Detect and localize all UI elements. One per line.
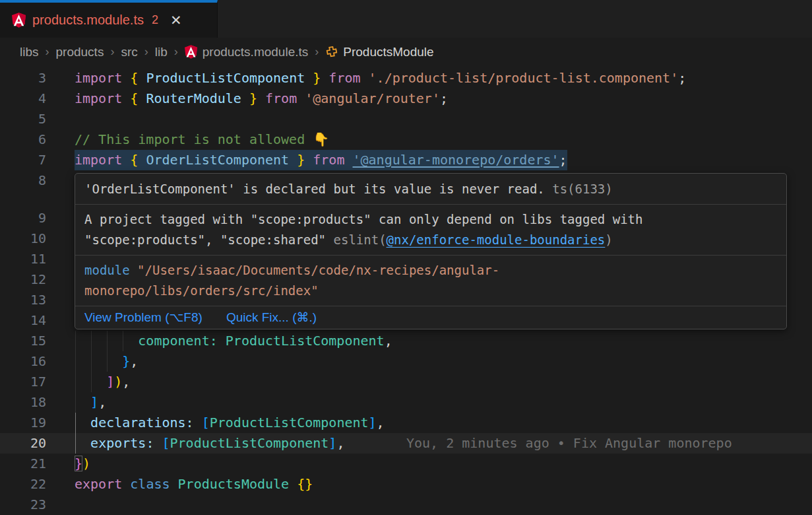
line-number[interactable]: 17 <box>0 372 46 392</box>
code-line[interactable]: 3import { ProductListComponent } from '.… <box>0 68 812 88</box>
code-line-content[interactable]: }) <box>75 454 90 474</box>
line-number[interactable]: 3 <box>0 68 46 88</box>
line-number[interactable]: 5 <box>0 109 46 129</box>
line-number[interactable]: 18 <box>0 392 46 413</box>
code-editor: 3import { ProductListComponent } from '.… <box>0 66 812 515</box>
angular-icon <box>185 45 197 59</box>
indent-guide <box>75 392 76 413</box>
line-number[interactable]: 9 <box>0 208 46 228</box>
code-line[interactable]: 23 <box>0 495 812 515</box>
view-problem-link[interactable]: View Problem (⌥F8) <box>84 310 203 325</box>
tab-problem-count: 2 <box>152 13 158 27</box>
chevron-right-icon: › <box>174 45 178 59</box>
indent-guide <box>107 351 108 372</box>
diagnostic-ts: 'OrderListComponent' is declared but its… <box>75 174 786 204</box>
line-number[interactable]: 22 <box>0 474 46 495</box>
indent-guide <box>75 331 76 351</box>
indent-guide <box>75 351 76 372</box>
code-line-content[interactable]: import { ProductListComponent } from './… <box>75 68 686 88</box>
line-number[interactable]: 15 <box>0 331 46 351</box>
code-line-content[interactable]: declarations: [ProductListComponent], <box>75 413 385 433</box>
code-line-content[interactable]: component: ProductListComponent, <box>75 331 392 351</box>
line-number[interactable]: 4 <box>0 88 46 109</box>
code-line[interactable]: 20 exports: [ProductListComponent],You, … <box>0 433 812 454</box>
module-symbol-icon <box>325 46 338 59</box>
line-number[interactable]: 14 <box>0 310 46 331</box>
code-line-content[interactable]: // This import is not allowed 👇 <box>75 129 329 150</box>
chevron-right-icon: › <box>315 45 319 59</box>
breadcrumb-item-symbol[interactable]: ProductsModule <box>325 45 433 59</box>
code-line-content[interactable]: }, <box>75 351 138 372</box>
indent-guide <box>91 351 92 372</box>
code-line[interactable]: 6// This import is not allowed 👇 <box>0 129 812 150</box>
chevron-right-icon: › <box>46 45 49 59</box>
indent-guide <box>75 433 76 454</box>
tab-title: products.module.ts <box>32 13 144 28</box>
angular-icon <box>12 13 26 28</box>
line-number[interactable]: 23 <box>0 495 46 515</box>
nx-rule-link[interactable]: @nx/enforce-module-boundaries <box>387 232 606 247</box>
line-number[interactable]: 19 <box>0 413 46 433</box>
breadcrumb-item-file[interactable]: products.module.ts <box>185 45 309 59</box>
git-blame-annotation: You, 2 minutes ago • Fix Angular monorep… <box>406 433 732 454</box>
line-number[interactable]: 7 <box>0 150 46 170</box>
chevron-right-icon: › <box>144 45 148 59</box>
module-path-info: module "/Users/isaac/Documents/code/nx-r… <box>75 255 786 306</box>
code-line-content[interactable]: import { OrderListComponent } from '@ang… <box>75 150 567 170</box>
line-number[interactable]: 20 <box>0 433 46 454</box>
hover-popup: 'OrderListComponent' is declared but its… <box>75 173 787 329</box>
indent-guide <box>123 331 123 351</box>
line-number[interactable]: 11 <box>0 249 46 269</box>
code-line[interactable]: 5 <box>0 109 812 129</box>
line-number[interactable]: 16 <box>0 351 46 372</box>
hover-range-highlight: import { OrderListComponent } from '@ang… <box>75 150 567 170</box>
close-icon[interactable]: ✕ <box>170 13 182 27</box>
diagnostic-code: ts(6133) <box>552 182 613 196</box>
code-line[interactable]: 21}) <box>0 454 812 474</box>
line-number[interactable]: 10 <box>0 228 46 249</box>
tab-products-module[interactable]: products.module.ts 2 ✕ <box>0 0 218 38</box>
line-number[interactable]: 12 <box>0 269 46 290</box>
line-number[interactable]: 8 <box>0 170 46 191</box>
breadcrumb-item-products[interactable]: products <box>56 45 104 59</box>
indent-guide <box>75 413 76 433</box>
indent-guide <box>107 331 108 351</box>
line-number[interactable]: 21 <box>0 454 46 474</box>
code-line[interactable]: 15 component: ProductListComponent, <box>0 331 812 351</box>
code-line[interactable]: 17 ]), <box>0 372 812 392</box>
code-line[interactable]: 19 declarations: [ProductListComponent], <box>0 413 812 433</box>
tab-bar: products.module.ts 2 ✕ <box>0 0 812 38</box>
code-line[interactable]: 4import { RouterModule } from '@angular/… <box>0 88 812 109</box>
breadcrumb-item-src[interactable]: src <box>121 45 137 59</box>
code-line[interactable]: 16 }, <box>0 351 812 372</box>
diagnostic-eslint: A project tagged with "scope:products" c… <box>75 204 786 255</box>
line-number[interactable]: 13 <box>0 290 46 310</box>
breadcrumb: libs › products › src › lib › products.m… <box>0 38 812 66</box>
chevron-right-icon: › <box>110 45 114 59</box>
code-line[interactable]: 22export class ProductsModule {} <box>0 474 812 495</box>
indent-guide <box>91 331 92 351</box>
indent-guide <box>75 372 76 392</box>
tab-strip-empty <box>218 0 812 38</box>
code-line-content[interactable]: ]), <box>75 372 130 392</box>
breadcrumb-item-libs[interactable]: libs <box>20 45 39 59</box>
line-number[interactable]: 6 <box>0 129 46 150</box>
code-line[interactable]: 7import { OrderListComponent } from '@an… <box>0 150 812 170</box>
indent-guide <box>91 372 92 392</box>
code-line-content[interactable]: exports: [ProductListComponent],You, 2 m… <box>75 433 344 454</box>
quick-fix-link[interactable]: Quick Fix... (⌘.) <box>226 310 317 325</box>
breadcrumb-item-lib[interactable]: lib <box>155 45 168 59</box>
hover-actions: View Problem (⌥F8) Quick Fix... (⌘.) <box>75 306 786 329</box>
code-line-content[interactable]: ], <box>75 392 106 413</box>
code-line-content[interactable]: export class ProductsModule {} <box>75 474 313 495</box>
code-line-content[interactable]: import { RouterModule } from '@angular/r… <box>75 88 448 109</box>
code-line[interactable]: 18 ], <box>0 392 812 413</box>
